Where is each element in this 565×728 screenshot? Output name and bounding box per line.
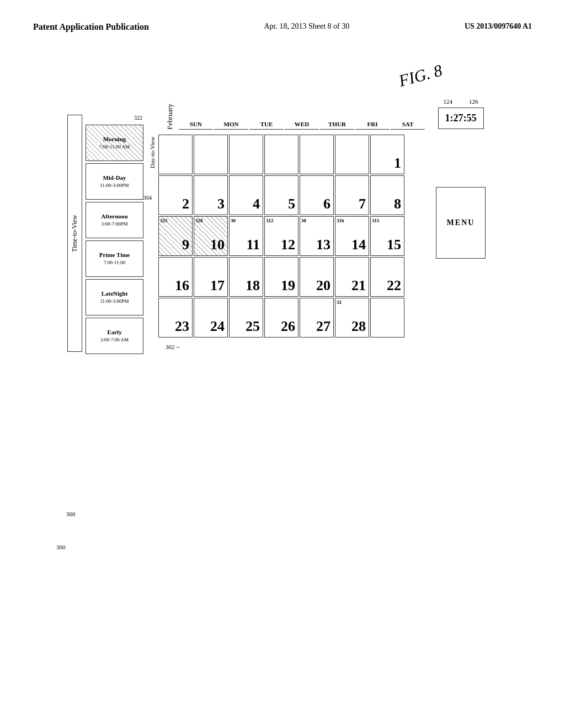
cell-fri-7[interactable]: 7: [335, 175, 369, 215]
ref-300: 300: [56, 544, 66, 550]
page-header: Patent Application Publication Apr. 18, …: [0, 0, 565, 43]
day-header-tue: TUE: [249, 121, 284, 130]
day-header-fri: FRI: [355, 121, 390, 130]
sheet-info: Apr. 18, 2013 Sheet 8 of 30: [264, 22, 349, 31]
cell-sat-1[interactable]: 1: [370, 135, 404, 174]
time-slot-early: Early 3:00-7:00 AM: [86, 318, 143, 354]
cell-fri-28[interactable]: 32 28: [335, 298, 369, 338]
cell-sat-empty: [370, 298, 404, 338]
clock-display: 1:27:55: [438, 108, 484, 129]
month-label: February: [166, 98, 174, 130]
ref-325: 325: [160, 218, 168, 223]
day-header-thur: THUR: [320, 121, 354, 130]
ref-312: 312: [266, 218, 274, 223]
ref-315: 315: [372, 218, 380, 223]
cell-sun-empty: [158, 135, 193, 174]
ref-328: 328: [195, 218, 203, 223]
cell-fri-21[interactable]: 21: [335, 257, 369, 297]
cell-thur-13[interactable]: 30 13: [300, 216, 334, 256]
cell-tue-25[interactable]: 25: [229, 298, 263, 338]
cell-wed-19[interactable]: 19: [264, 257, 299, 297]
cell-thur-empty: [300, 135, 334, 174]
cell-thur-6[interactable]: 6: [300, 175, 334, 215]
ref-124: 124: [444, 98, 453, 105]
cell-tue-18[interactable]: 18: [229, 257, 263, 297]
cell-thur-20[interactable]: 20: [300, 257, 334, 297]
time-to-view-label: Time-to-View: [67, 115, 82, 352]
ref-30y: 30: [301, 218, 306, 223]
cell-fri-empty: [335, 135, 369, 174]
cell-mon-24[interactable]: 24: [194, 298, 228, 338]
ref-32x: 32: [337, 299, 342, 305]
ref-300-label: 300: [66, 511, 76, 517]
figure-label: FIG. 8: [397, 60, 445, 90]
calendar-week-2: 2 3 4 5 6 7 8: [158, 175, 404, 215]
cell-mon-3[interactable]: 3: [194, 175, 228, 215]
cell-fri-14[interactable]: 316 14: [335, 216, 369, 256]
day-header-sun: SUN: [179, 121, 213, 130]
cell-mon-empty: [194, 135, 228, 174]
cell-sun-2[interactable]: 2: [158, 175, 193, 215]
ref-30x: 30: [231, 218, 236, 223]
calendar-week-4: 16 17 18 19 20 21 22: [158, 257, 404, 297]
publication-title: Patent Application Publication: [33, 22, 149, 32]
cell-sun-9[interactable]: 325 9: [158, 216, 193, 256]
cell-sat-8[interactable]: 8: [370, 175, 404, 215]
ref-126: 126: [469, 98, 478, 105]
cell-sat-15[interactable]: 315 15: [370, 216, 404, 256]
time-slot-latenight: LateNight 11:00-3:00PM: [86, 279, 143, 315]
cell-thur-27[interactable]: 27: [300, 298, 334, 338]
ref-316: 316: [337, 218, 344, 223]
cell-sat-22[interactable]: 22: [370, 257, 404, 297]
time-slot-morning: Morning 7:00-11:00 AM: [86, 125, 143, 161]
cell-mon-10[interactable]: 328 10: [194, 216, 228, 256]
ref-322: 322: [86, 115, 143, 122]
figure-area: FIG. 8 300 Time-to-View 322 Morning 7:00…: [56, 54, 509, 661]
day-header-mon: MON: [214, 121, 248, 130]
cell-wed-empty: [264, 135, 299, 174]
time-slot-primetime: Prime Time 7:00-11:00: [86, 240, 143, 277]
calendar-week-1: 1: [158, 135, 404, 174]
day-header-wed: WED: [285, 121, 319, 130]
cell-wed-12[interactable]: 312 12: [264, 216, 299, 256]
cell-tue-empty: [229, 135, 263, 174]
ref-302-label: 302→: [166, 344, 425, 350]
cell-tue-4[interactable]: 4: [229, 175, 263, 215]
patent-number: US 2013/0097640 A1: [465, 22, 532, 31]
time-slot-afternoon: Afternoon 3:00-7:00PM: [86, 202, 143, 238]
cell-mon-17[interactable]: 17: [194, 257, 228, 297]
time-slot-morning-time: 7:00-11:00 AM: [99, 143, 130, 151]
cell-wed-5[interactable]: 5: [264, 175, 299, 215]
calendar-week-5: 23 24 25 26 27 32 28: [158, 298, 404, 338]
time-slot-midday: Mid-Day 11:00-3:00PM: [86, 163, 143, 200]
cell-wed-26[interactable]: 26: [264, 298, 299, 338]
menu-button[interactable]: MENU: [436, 187, 486, 259]
cell-sun-23[interactable]: 23: [158, 298, 193, 338]
calendar-week-3: 325 9 328 10 30 11 312 1: [158, 216, 404, 256]
day-header-sat: SAT: [391, 121, 425, 130]
cell-tue-11[interactable]: 30 11: [229, 216, 263, 256]
day-to-view-label: Day-to-View: [149, 131, 156, 341]
time-slot-morning-label: Morning: [103, 135, 126, 143]
cell-sun-16[interactable]: 16: [158, 257, 193, 297]
